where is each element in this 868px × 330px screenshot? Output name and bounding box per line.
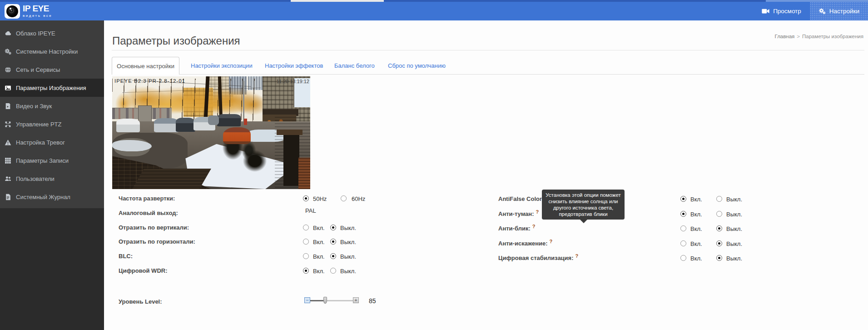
- form-row-antidistortion: Анти-искажение:? Вкл. Выкл.: [104, 240, 868, 248]
- video-file-icon: [5, 103, 11, 110]
- users-icon: [5, 175, 11, 182]
- radio-stabilization-on[interactable]: [680, 255, 686, 261]
- tabs-bottom-border: [179, 74, 864, 75]
- sidebar-item-label: Системный Журнал: [16, 194, 70, 200]
- help-icon[interactable]: ?: [536, 209, 539, 215]
- grid-icon: [5, 157, 11, 164]
- slider-value: 85: [369, 297, 376, 305]
- globe-icon: [5, 66, 11, 73]
- tab-basic-settings[interactable]: Основные настройки: [112, 57, 179, 75]
- radio-antidistortion-on[interactable]: [680, 240, 686, 246]
- sidebar-item-cloud[interactable]: Облако IPEYE: [0, 24, 104, 42]
- tooltip-arrow: [580, 220, 587, 223]
- warning-icon: [5, 139, 11, 146]
- sidebar-item-label: Системные Настройки: [16, 48, 78, 55]
- cloud-icon: [5, 30, 11, 37]
- tab-effects-settings[interactable]: Настройки эффектов: [265, 62, 323, 69]
- tab-reset-defaults[interactable]: Сброс по умолчанию: [388, 62, 446, 69]
- sidebar: Облако IPEYE Системные Настройки Сеть и …: [0, 20, 104, 330]
- radio-stabilization-off[interactable]: [716, 255, 722, 261]
- logo-subtitle: видеть все: [23, 14, 52, 18]
- top-header: IP EYE видеть все Просмотр Настройки: [0, 2, 868, 20]
- radio-antifog-off[interactable]: [716, 211, 722, 217]
- form-row-wdr: Цифровой WDR: Вкл. Выкл.: [104, 267, 868, 275]
- sidebar-menu: Облако IPEYE Системные Настройки Сеть и …: [0, 20, 104, 208]
- breadcrumb: Главная>Параметры изображения: [775, 34, 863, 39]
- sidebar-item-recording[interactable]: Параметры Записи: [0, 151, 104, 170]
- breadcrumb-home[interactable]: Главная: [775, 34, 795, 39]
- help-tooltip: Установка этой опции поможет снизить вли…: [542, 190, 625, 220]
- sidebar-item-users[interactable]: Пользователи: [0, 170, 104, 188]
- form-row-antifog: Анти-туман:? Вкл. Выкл.: [104, 210, 868, 218]
- nav-view-button[interactable]: Просмотр: [753, 2, 810, 20]
- panel-top-border: [112, 50, 864, 50]
- breadcrumb-separator: >: [797, 34, 800, 39]
- sidebar-item-image-params[interactable]: Параметры Изображения: [0, 79, 104, 97]
- sidebar-item-label: Сеть и Сервисы: [16, 66, 60, 73]
- radio-wdr-off[interactable]: [330, 268, 336, 274]
- tab-exposure-settings[interactable]: Настройки экспозиции: [191, 62, 253, 69]
- gears-icon: [818, 8, 826, 15]
- sidebar-item-alarms[interactable]: Настройка Тревог: [0, 133, 104, 151]
- slider-plus-button[interactable]: +: [353, 297, 359, 303]
- radio-antiglare-off[interactable]: [716, 225, 722, 231]
- sidebar-item-network[interactable]: Сеть и Сервисы: [0, 60, 104, 79]
- form-row-antiglare: Анти-блик:? Вкл. Выкл.: [104, 225, 868, 233]
- sidebar-item-video-audio[interactable]: Видео и Звук: [0, 97, 104, 115]
- ipeye-settings-page: IP EYE видеть все Просмотр Настройки: [0, 0, 868, 330]
- form-row-level: Уровень Level: − + 85: [104, 298, 868, 306]
- sidebar-item-ptz[interactable]: Управление PTZ: [0, 115, 104, 133]
- form-row-stabilization: Цифровая стабилизация:? Вкл. Выкл.: [104, 255, 868, 262]
- nav-settings-label: Настройки: [829, 8, 859, 15]
- sidebar-item-label: Параметры Записи: [16, 157, 69, 164]
- nav-settings-button[interactable]: Настройки: [810, 2, 868, 20]
- camera-overlay-timestamp: 11.20 13:19:12: [276, 79, 309, 84]
- help-icon[interactable]: ?: [575, 253, 579, 259]
- radio-antidistortion-off[interactable]: [716, 240, 722, 246]
- help-icon[interactable]: ?: [550, 239, 553, 244]
- sidebar-item-label: Облако IPEYE: [16, 30, 55, 37]
- sidebar-item-label: Видео и Звук: [16, 103, 52, 110]
- camera-preview: IPEYE B2.3 PR-2.8-12-01 11.20 13:19:12: [112, 76, 310, 189]
- slider-track-right[interactable]: [327, 300, 353, 301]
- image-icon: [5, 85, 11, 91]
- radio-wdr-on[interactable]: [303, 268, 309, 274]
- radio-antifog-on[interactable]: [680, 211, 686, 217]
- form-row-antifalse-color: AntiFalse Color:? Вкл. Выкл.: [104, 195, 868, 203]
- journal-icon: [5, 194, 11, 200]
- sidebar-item-label: Пользователи: [16, 175, 55, 182]
- slider-handle[interactable]: [323, 297, 327, 304]
- camera-lens-icon: [6, 5, 18, 17]
- tab-white-balance[interactable]: Баланс белого: [334, 62, 375, 69]
- cogs-icon: [5, 48, 11, 55]
- slider-track[interactable]: [310, 300, 323, 301]
- sidebar-item-journal[interactable]: Системный Журнал: [0, 188, 104, 206]
- breadcrumb-current: Параметры изображения: [802, 34, 863, 39]
- slider-minus-button[interactable]: −: [304, 297, 310, 303]
- sidebar-item-label: Параметры Изображения: [16, 85, 86, 91]
- main-content: Параметры изображения Главная>Параметры …: [104, 20, 868, 330]
- help-icon[interactable]: ?: [532, 224, 536, 229]
- sidebar-item-label: Настройка Тревог: [16, 139, 65, 146]
- radio-antifalse-on[interactable]: [680, 196, 686, 202]
- sidebar-item-system-settings[interactable]: Системные Настройки: [0, 42, 104, 60]
- logo-title: IP EYE: [23, 4, 52, 13]
- nav-view-label: Просмотр: [773, 8, 801, 15]
- video-camera-icon: [762, 8, 769, 14]
- radio-antiglare-on[interactable]: [680, 225, 686, 231]
- radio-antifalse-off[interactable]: [716, 196, 722, 202]
- page-title: Параметры изображения: [112, 35, 240, 47]
- sidebar-item-label: Управление PTZ: [16, 121, 61, 128]
- ptz-arrows-icon: [5, 121, 11, 128]
- ipeye-logo[interactable]: IP EYE видеть все: [5, 4, 52, 19]
- camera-overlay-title: IPEYE B2.3 PR-2.8-12-01: [114, 78, 185, 84]
- ipeye-logo-icon: [5, 4, 20, 19]
